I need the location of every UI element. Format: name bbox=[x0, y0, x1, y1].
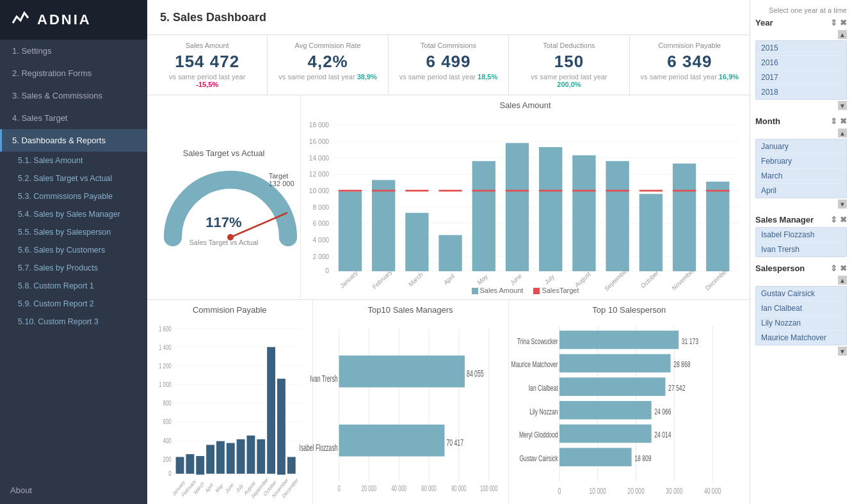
filter-year-2016[interactable]: 2016 bbox=[756, 56, 846, 70]
svg-text:Isabel Flozzash: Isabel Flozzash bbox=[299, 443, 337, 453]
filter-year-2015[interactable]: 2015 bbox=[756, 41, 846, 56]
svg-text:Trina Scowucker: Trina Scowucker bbox=[517, 337, 558, 345]
svg-rect-36 bbox=[572, 155, 595, 271]
filter-month-clear-icon[interactable]: ✖ bbox=[840, 116, 847, 126]
kpi-value-4: 6 349 bbox=[640, 52, 739, 72]
sidebar-sub-custom2[interactable]: 5.9. Custom Report 2 bbox=[0, 295, 147, 313]
svg-rect-40 bbox=[639, 194, 663, 271]
sales-amount-panel: Sales Amount 18 000 16 000 14 000 12 000… bbox=[301, 95, 750, 299]
filter-salesperson-scroll-down[interactable]: ▼ bbox=[838, 347, 847, 356]
svg-text:July: July bbox=[236, 482, 245, 494]
filter-year-sort-icon[interactable]: ⇕ bbox=[830, 18, 837, 28]
filter-month-january[interactable]: January bbox=[756, 139, 846, 154]
sidebar-about[interactable]: About bbox=[0, 476, 147, 504]
svg-text:14 000: 14 000 bbox=[309, 154, 329, 162]
svg-text:600: 600 bbox=[163, 418, 172, 426]
filter-month-february[interactable]: February bbox=[756, 154, 846, 169]
kpi-card-3: Total Deductions 150 vs same period last… bbox=[509, 35, 629, 95]
gauge-panel: Sales Target vs Actual 117% Target 132 0… bbox=[147, 95, 301, 299]
charts-row-2: Commision Payable 1 600 1 400 1 200 1 00… bbox=[147, 300, 750, 504]
sidebar-sub-sales-amount[interactable]: 5.1. Sales Amount bbox=[0, 152, 147, 169]
sidebar-item-registration[interactable]: 2. Registration Forms bbox=[0, 62, 147, 84]
svg-text:18 809: 18 809 bbox=[634, 455, 652, 463]
filter-manager-ivan[interactable]: Ivan Trersh bbox=[756, 242, 846, 256]
svg-rect-28 bbox=[438, 235, 462, 272]
svg-rect-22 bbox=[339, 191, 362, 271]
svg-rect-85 bbox=[267, 347, 275, 474]
kpi-value-0: 154 472 bbox=[157, 52, 257, 72]
filter-salesperson-maurice[interactable]: Maurice Matchover bbox=[756, 331, 846, 345]
filter-month-sort-icon[interactable]: ⇕ bbox=[830, 116, 837, 126]
sidebar-sub-by-customers[interactable]: 5.6. Sales by Customers bbox=[0, 241, 147, 259]
kpi-label-2: Total Commisions bbox=[399, 42, 498, 49]
svg-text:Ivan Trersh: Ivan Trersh bbox=[310, 374, 337, 384]
svg-text:Maurice Matchover: Maurice Matchover bbox=[511, 361, 558, 369]
filter-month-scroll-down[interactable]: ▼ bbox=[838, 200, 847, 209]
filter-year-scroll-down[interactable]: ▼ bbox=[838, 101, 847, 110]
svg-text:400: 400 bbox=[163, 436, 172, 445]
svg-text:6 000: 6 000 bbox=[312, 219, 329, 228]
filter-manager-isabel[interactable]: Isabel Flozzash bbox=[756, 228, 846, 242]
filter-salesperson-list[interactable]: Gustav Cairsick Ian Clalbeat Lily Nozzan… bbox=[755, 286, 847, 345]
filter-salesperson-scroll-up[interactable]: ▲ bbox=[838, 276, 847, 285]
page-title: 5. Sales Dashboard bbox=[147, 0, 750, 35]
sidebar-sub-by-salesperson[interactable]: 5.5. Sales by Salesperson bbox=[0, 223, 147, 241]
filter-manager-sort-icon[interactable]: ⇕ bbox=[830, 215, 837, 224]
sales-legend: Sales Amount SalesTarget bbox=[472, 287, 579, 294]
filter-month-list[interactable]: January February March April bbox=[755, 139, 847, 198]
filter-manager-section: Sales Manager ⇕ ✖ Isabel Flozzash Ivan T… bbox=[755, 215, 847, 257]
svg-rect-77 bbox=[186, 454, 194, 474]
sidebar-sub-by-manager[interactable]: 5.4. Sales by Sales Manager bbox=[0, 205, 147, 223]
top10-salesperson-chart: 0 10 000 20 000 30 000 40 000 Trina Scow… bbox=[515, 317, 743, 499]
filter-year-clear-icon[interactable]: ✖ bbox=[840, 18, 847, 28]
sidebar-item-sales-target[interactable]: 4. Sales Target bbox=[0, 107, 147, 129]
filter-panel: Select one year at a time Year ⇕ ✖ ▲ 201… bbox=[750, 0, 852, 504]
svg-text:24 066: 24 066 bbox=[654, 407, 671, 416]
sidebar-item-dashboards[interactable]: 5. Dashboards & Reports bbox=[0, 129, 147, 152]
svg-text:May: May bbox=[476, 272, 489, 287]
svg-rect-30 bbox=[472, 161, 495, 271]
sidebar-sub-custom1[interactable]: 5.8. Custom Report 1 bbox=[0, 277, 147, 295]
kpi-compare-2: vs same period last year 18,5% bbox=[399, 73, 498, 81]
sidebar-sub-target-actual[interactable]: 5.2. Sales Target vs Actual bbox=[0, 169, 147, 187]
filter-manager-list[interactable]: Isabel Flozzash Ivan Trersh bbox=[755, 227, 847, 257]
kpi-compare-1: vs same period last year 38,9% bbox=[278, 73, 377, 81]
filter-salesperson-clear-icon[interactable]: ✖ bbox=[840, 264, 847, 273]
svg-text:200: 200 bbox=[163, 455, 172, 463]
filter-salesperson-ian[interactable]: Ian Clalbeat bbox=[756, 301, 846, 316]
svg-text:800: 800 bbox=[163, 399, 172, 407]
svg-rect-129 bbox=[559, 331, 679, 349]
svg-text:10 000: 10 000 bbox=[309, 186, 329, 194]
filter-salesperson-lily[interactable]: Lily Nozzan bbox=[756, 316, 846, 331]
svg-text:18 000: 18 000 bbox=[309, 121, 329, 129]
gauge-wrap: 117% Target 132 000 bbox=[160, 167, 288, 237]
svg-text:January: January bbox=[339, 269, 358, 290]
filter-year-list[interactable]: 2015 2016 2017 2018 bbox=[755, 40, 847, 100]
filter-month-scroll-up[interactable]: ▲ bbox=[838, 129, 847, 138]
commission-title: Commision Payable bbox=[193, 305, 267, 315]
main-content: 5. Sales Dashboard Sales Amount 154 472 … bbox=[147, 0, 750, 504]
filter-month-april[interactable]: April bbox=[756, 184, 846, 198]
filter-month-march[interactable]: March bbox=[756, 169, 846, 184]
filter-salesperson-sort-icon[interactable]: ⇕ bbox=[830, 264, 837, 273]
page-title-text: 5. Sales Dashboard bbox=[160, 11, 266, 24]
filter-manager-clear-icon[interactable]: ✖ bbox=[840, 215, 847, 224]
svg-text:40 000: 40 000 bbox=[391, 485, 406, 493]
kpi-compare-4: vs same period last year 16,9% bbox=[640, 73, 739, 81]
kpi-label-0: Sales Amount bbox=[157, 42, 257, 49]
sidebar-sub-custom3[interactable]: 5.10. Custom Report 3 bbox=[0, 313, 147, 331]
filter-year-2018[interactable]: 2018 bbox=[756, 85, 846, 99]
filter-manager-label: Sales Manager bbox=[755, 215, 814, 224]
filter-year-scroll-up[interactable]: ▲ bbox=[838, 30, 847, 39]
svg-rect-44 bbox=[706, 182, 729, 271]
svg-text:Meryl Gloddood: Meryl Gloddood bbox=[519, 431, 558, 439]
filter-salesperson-gustav[interactable]: Gustav Cairsick bbox=[756, 287, 846, 301]
filter-month-section: Month ⇕ ✖ ▲ January February March April… bbox=[755, 116, 847, 209]
sidebar-item-sales-commissions[interactable]: 3. Sales & Commissions bbox=[0, 84, 147, 107]
sidebar-item-settings[interactable]: 1. Settings bbox=[0, 40, 147, 62]
filter-salesperson-label: Salesperson bbox=[755, 264, 805, 273]
kpi-card-2: Total Commisions 6 499 vs same period la… bbox=[389, 35, 509, 95]
sidebar-sub-by-products[interactable]: 5.7. Sales by Products bbox=[0, 259, 147, 277]
filter-year-2017[interactable]: 2017 bbox=[756, 70, 846, 85]
sidebar-sub-commissions[interactable]: 5.3. Commissions Payable bbox=[0, 187, 147, 205]
